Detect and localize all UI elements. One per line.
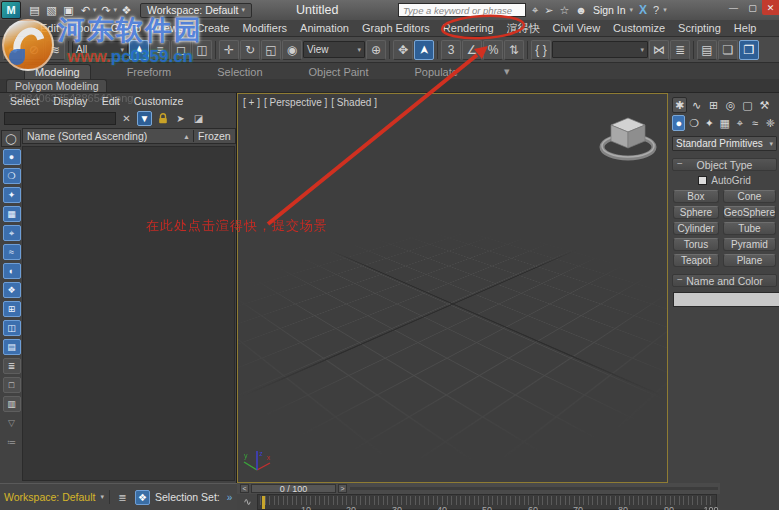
manage-scene-states-icon[interactable]: ❏ <box>718 40 738 60</box>
viewport-general-menu[interactable]: [ + ] <box>243 97 260 108</box>
select-and-scale-icon[interactable]: ◱ <box>261 40 281 60</box>
percent-snap-icon[interactable]: % <box>483 40 503 60</box>
menu-create[interactable]: Create <box>196 22 229 34</box>
close-button[interactable]: ✕ <box>762 0 779 15</box>
menu-edit[interactable]: Edit <box>40 22 59 34</box>
menu-group[interactable]: Group <box>111 22 142 34</box>
explorer-menu-select[interactable]: Select <box>10 95 39 107</box>
viewcube[interactable] <box>597 110 659 168</box>
sphere-button[interactable]: Sphere <box>673 206 719 219</box>
track-bar-ruler[interactable]: 10 20 30 40 50 60 70 80 90 100 <box>257 494 717 510</box>
time-slider-handle[interactable]: 0 / 100 <box>251 484 336 493</box>
mini-curve-editor-icon[interactable]: ∿ <box>240 495 255 508</box>
redo-icon[interactable]: ↷ <box>99 3 114 18</box>
mirror-icon[interactable]: ⋈ <box>649 40 669 60</box>
toggle-cameras-icon[interactable]: ▦ <box>3 206 21 222</box>
select-object-icon[interactable]: ➤ <box>129 40 149 60</box>
toggle-bones-icon[interactable]: ⊞ <box>3 301 21 317</box>
infocenter-search-input[interactable] <box>398 3 526 17</box>
angle-snap-icon[interactable]: ∠ <box>462 40 482 60</box>
ribbon-options-icon[interactable]: ▾ <box>494 64 520 79</box>
create-tab-icon[interactable]: ✱ <box>672 97 687 113</box>
autogrid-checkbox[interactable] <box>698 176 707 185</box>
expand-all-icon[interactable]: ≣ <box>3 358 21 374</box>
unlink-selection-icon[interactable]: ⊘ <box>24 40 44 60</box>
toggle-shapes-icon[interactable]: ❍ <box>3 168 21 184</box>
explorer-search-input[interactable] <box>4 112 116 125</box>
status-overflow-icon[interactable]: » <box>227 492 233 503</box>
display-mode-icon[interactable]: ▥ <box>3 396 21 412</box>
spinner-snap-icon[interactable]: ⇅ <box>504 40 524 60</box>
cameras-category-icon[interactable]: ▦ <box>718 115 731 131</box>
project-folder-icon[interactable]: ❖ <box>119 3 134 18</box>
sign-in-button[interactable]: Sign In <box>593 4 626 16</box>
helpers-category-icon[interactable]: ⌖ <box>733 115 746 131</box>
select-and-move-icon[interactable]: ✛ <box>219 40 239 60</box>
menu-modifiers[interactable]: Modifiers <box>242 22 287 34</box>
object-type-rollout[interactable]: − Object Type <box>672 158 777 171</box>
lock-icon[interactable] <box>155 111 170 126</box>
toggle-containers-icon[interactable]: ◫ <box>3 320 21 336</box>
selection-filter-dropdown[interactable]: All ▾ <box>72 41 128 58</box>
align-icon[interactable]: ≣ <box>670 40 690 60</box>
maximize-button[interactable]: ▢ <box>743 0 762 15</box>
select-and-manipulate-icon[interactable]: ➤ <box>414 40 434 60</box>
viewport-pov-menu[interactable]: [ Perspective ] <box>264 97 327 108</box>
previous-frame-button[interactable]: < <box>240 484 249 493</box>
polygon-modeling-panel[interactable]: Polygon Modeling <box>6 79 107 92</box>
perspective-viewport[interactable]: [ + ] [ Perspective ] [ Shaded ] x y z <box>237 93 668 483</box>
menu-animation[interactable]: Animation <box>300 22 349 34</box>
redo-dropdown-icon[interactable]: ▾ <box>114 6 118 14</box>
workspace-status-button[interactable]: Workspace: Default <box>4 491 95 503</box>
open-file-icon[interactable]: ▧ <box>44 3 59 18</box>
user-icon[interactable]: ☻ <box>575 4 587 16</box>
torus-button[interactable]: Torus <box>673 238 719 251</box>
sign-in-dropdown-icon[interactable]: ▾ <box>630 6 634 14</box>
menu-graph-editors[interactable]: Graph Editors <box>362 22 430 34</box>
menu-scripting[interactable]: Scripting <box>678 22 721 34</box>
toggle-space-warps-icon[interactable]: ≈ <box>3 244 21 260</box>
select-by-name-icon[interactable]: ≡ <box>150 40 170 60</box>
ribbon-tab-object-paint[interactable]: Object Paint <box>299 65 379 79</box>
plane-button[interactable]: Plane <box>723 254 776 267</box>
collapse-all-icon[interactable]: □ <box>3 377 21 393</box>
select-and-place-icon[interactable]: ◉ <box>282 40 302 60</box>
frozen-column-header[interactable]: Frozen <box>193 130 235 142</box>
toggle-xrefs-icon[interactable]: ❖ <box>3 282 21 298</box>
ribbon-tab-populate[interactable]: Populate <box>404 65 467 79</box>
cone-button[interactable]: Cone <box>723 190 776 203</box>
viewport-shading-menu[interactable]: [ Shaded ] <box>331 97 377 108</box>
pick-parent-icon[interactable]: ➤ <box>173 111 188 126</box>
geosphere-button[interactable]: GeoSphere <box>723 206 776 219</box>
use-center-flyout-icon[interactable]: ✥ <box>393 40 413 60</box>
undo-dropdown-icon[interactable]: ▾ <box>93 6 97 14</box>
ribbon-tab-modeling[interactable]: Modeling <box>24 64 91 79</box>
current-frame-marker[interactable] <box>262 496 265 509</box>
ribbon-tab-selection[interactable]: Selection <box>207 65 272 79</box>
time-slider-track[interactable] <box>350 487 718 490</box>
edit-named-selection-sets-icon[interactable]: { } <box>531 40 551 60</box>
named-selection-set-dropdown[interactable]: ▾ <box>552 41 648 58</box>
ribbon-tab-freeform[interactable]: Freeform <box>117 65 182 79</box>
filter-list-icon[interactable]: ▽ <box>3 415 21 431</box>
toggle-groups-icon[interactable]: ◐ <box>3 263 21 279</box>
search-icon[interactable]: ⌖ <box>532 4 538 17</box>
layer-explorer-icon[interactable]: ▤ <box>697 40 717 60</box>
menu-xuandekuai-plugin[interactable]: 渲得快 <box>507 21 540 36</box>
menu-views[interactable]: Views <box>154 22 183 34</box>
new-scene-icon[interactable]: ▤ <box>27 3 42 18</box>
scene-explorer-toggle-icon[interactable]: ❖ <box>135 490 150 505</box>
cylinder-button[interactable]: Cylinder <box>673 222 719 235</box>
space-warps-category-icon[interactable]: ≈ <box>748 115 761 131</box>
menu-civil-view[interactable]: Civil View <box>553 22 600 34</box>
primitive-category-dropdown[interactable]: Standard Primitives ▾ <box>672 136 777 151</box>
workspace-status-dropdown-icon[interactable]: ▾ <box>100 493 104 501</box>
launch-icon[interactable]: ➢ <box>544 4 553 17</box>
pyramid-button[interactable]: Pyramid <box>723 238 776 251</box>
shapes-category-icon[interactable]: ❍ <box>687 115 700 131</box>
minimize-button[interactable]: — <box>724 0 743 15</box>
hierarchy-tab-icon[interactable]: ⊞ <box>706 97 721 113</box>
name-and-color-rollout[interactable]: − Name and Color <box>672 274 777 287</box>
display-tab-icon[interactable]: ▢ <box>740 97 755 113</box>
select-and-link-icon[interactable]: ∞ <box>3 40 23 60</box>
